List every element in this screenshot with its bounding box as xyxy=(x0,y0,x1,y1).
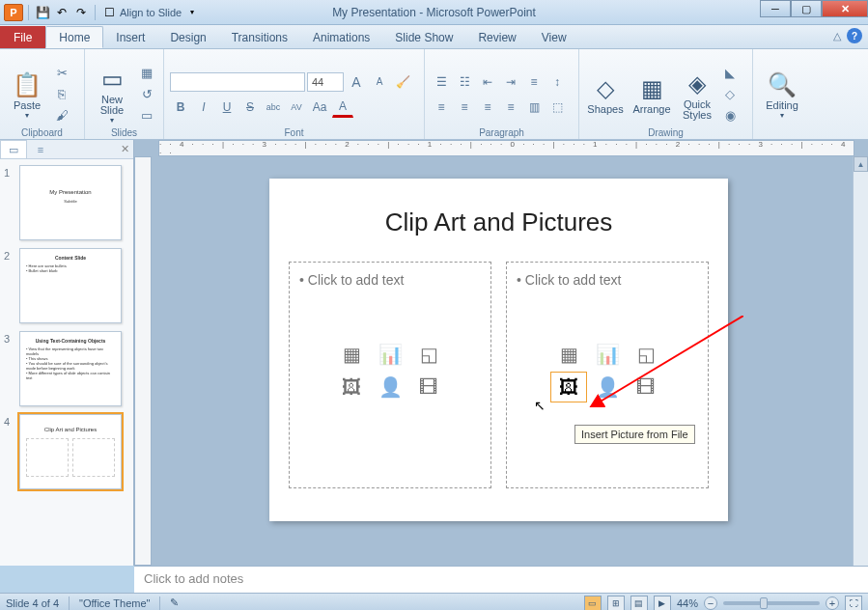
arrange-button[interactable]: ▦ Arrange xyxy=(630,60,674,129)
shape-effects-icon[interactable]: ◉ xyxy=(720,106,740,125)
fit-window-button[interactable]: ⛶ xyxy=(845,596,862,611)
font-family-combo[interactable] xyxy=(170,72,305,92)
cut-icon[interactable]: ✂ xyxy=(52,64,71,83)
redo-icon[interactable]: ↷ xyxy=(72,4,90,21)
slides-view-tab[interactable]: ▭ xyxy=(0,140,27,158)
content-placeholder-left[interactable]: Click to add text ▦ 📊 ◱ 🖼 👤 🎞 xyxy=(289,262,491,488)
slide-title[interactable]: Clip Art and Pictures xyxy=(269,208,728,237)
align-left-icon[interactable]: ≡ xyxy=(431,97,452,118)
copy-icon[interactable]: ⎘ xyxy=(52,85,71,104)
slide-thumbnail[interactable]: Content Slide• Here are some bullets • B… xyxy=(19,248,122,323)
grow-font-icon[interactable]: A xyxy=(346,71,367,93)
view-tab[interactable]: View xyxy=(529,26,579,48)
spacing-button[interactable]: AV xyxy=(286,97,307,118)
vertical-scrollbar[interactable]: ▲ xyxy=(853,156,868,566)
shrink-font-icon[interactable]: A xyxy=(369,71,390,93)
panel-close-icon[interactable]: ✕ xyxy=(116,140,133,158)
italic-button[interactable]: I xyxy=(193,97,214,118)
justify-icon[interactable]: ≡ xyxy=(500,97,521,118)
spellcheck-icon[interactable]: ✎ xyxy=(170,596,179,609)
insert-picture-icon[interactable]: 🖼 xyxy=(551,373,586,402)
align-right-icon[interactable]: ≡ xyxy=(477,97,498,118)
insert-media-icon[interactable]: 🎞 xyxy=(411,373,446,402)
insert-media-icon[interactable]: 🎞 xyxy=(629,373,663,402)
thumbnail-row[interactable]: 2Content Slide• Here are some bullets • … xyxy=(4,248,129,323)
shadow-button[interactable]: abc xyxy=(263,97,284,118)
line-spacing-icon[interactable]: ≡ xyxy=(523,71,545,93)
close-button[interactable]: ✕ xyxy=(822,0,868,17)
notes-pane[interactable]: Click to add notes xyxy=(134,566,868,593)
format-painter-icon[interactable]: 🖌 xyxy=(52,106,71,125)
smartart-icon[interactable]: ⬚ xyxy=(546,97,568,118)
bold-button[interactable]: B xyxy=(170,97,191,118)
bullets-icon[interactable]: ☰ xyxy=(431,71,452,93)
reset-icon[interactable]: ↺ xyxy=(137,85,156,104)
help-icon[interactable]: ? xyxy=(847,28,862,43)
quick-styles-button[interactable]: ◈ Quick Styles xyxy=(678,60,716,129)
thumbnail-row[interactable]: 4Clip Art and Pictures xyxy=(4,414,129,489)
change-case-button[interactable]: Aa xyxy=(309,97,330,118)
normal-view-button[interactable]: ▭ xyxy=(584,596,602,611)
columns-icon[interactable]: ▥ xyxy=(523,97,545,118)
insert-chart-icon[interactable]: 📊 xyxy=(590,340,625,369)
decrease-indent-icon[interactable]: ⇤ xyxy=(477,71,498,93)
insert-clipart-icon[interactable]: 👤 xyxy=(590,373,625,402)
thumb-number: 2 xyxy=(4,248,15,323)
font-size-combo[interactable]: 44 xyxy=(307,72,344,92)
align-center-icon[interactable]: ≡ xyxy=(454,97,475,118)
new-slide-button[interactable]: ▭ New Slide ▾ xyxy=(91,60,133,129)
app-icon[interactable]: P xyxy=(4,4,23,21)
review-tab[interactable]: Review xyxy=(465,26,528,48)
slideshow-view-button[interactable]: ▶ xyxy=(654,596,671,611)
section-icon[interactable]: ▭ xyxy=(137,106,156,125)
animations-tab[interactable]: Animations xyxy=(300,26,382,48)
insert-picture-icon[interactable]: 🖼 xyxy=(334,373,369,402)
align-checkbox-icon[interactable]: ☐ xyxy=(100,4,118,21)
insert-table-icon[interactable]: ▦ xyxy=(551,340,586,369)
editing-button[interactable]: 🔍 Editing ▾ xyxy=(759,60,805,129)
minimize-ribbon-icon[interactable]: △ xyxy=(833,30,841,42)
maximize-button[interactable]: ▢ xyxy=(791,0,822,17)
slide-thumbnail[interactable]: My PresentationSubtitle xyxy=(19,165,122,240)
thumbnail-row[interactable]: 3Using Text-Containing Objects• View tha… xyxy=(4,331,129,406)
insert-chart-icon[interactable]: 📊 xyxy=(373,340,407,369)
minimize-button[interactable]: ─ xyxy=(760,0,791,17)
underline-button[interactable]: U xyxy=(216,97,238,118)
insert-smartart-icon[interactable]: ◱ xyxy=(629,340,663,369)
text-direction-icon[interactable]: ↕ xyxy=(546,71,568,93)
zoom-in-button[interactable]: + xyxy=(826,596,839,610)
insert-table-icon[interactable]: ▦ xyxy=(334,340,369,369)
slide-canvas[interactable]: Clip Art and Pictures Click to add text … xyxy=(269,179,728,521)
undo-icon[interactable]: ↶ xyxy=(53,4,70,21)
increase-indent-icon[interactable]: ⇥ xyxy=(500,71,521,93)
insert-smartart-icon[interactable]: ◱ xyxy=(411,340,446,369)
home-tab[interactable]: Home xyxy=(45,26,103,48)
transitions-tab[interactable]: Transitions xyxy=(219,26,300,48)
slideshow-tab[interactable]: Slide Show xyxy=(382,26,465,48)
zoom-slider[interactable] xyxy=(723,601,820,605)
zoom-out-button[interactable]: − xyxy=(704,596,717,610)
file-tab[interactable]: File xyxy=(0,26,45,48)
clear-format-icon[interactable]: 🧹 xyxy=(392,71,413,93)
strike-button[interactable]: S xyxy=(239,97,261,118)
reading-view-button[interactable]: ▤ xyxy=(630,596,648,611)
sorter-view-button[interactable]: ⊞ xyxy=(607,596,625,611)
save-icon[interactable]: 💾 xyxy=(34,4,51,21)
insert-tab[interactable]: Insert xyxy=(103,26,157,48)
numbering-icon[interactable]: ☷ xyxy=(454,71,475,93)
insert-clipart-icon[interactable]: 👤 xyxy=(373,373,407,402)
slide-thumbnail[interactable]: Using Text-Containing Objects• View that… xyxy=(19,331,122,406)
shape-fill-icon[interactable]: ◣ xyxy=(720,64,740,83)
layout-icon[interactable]: ▦ xyxy=(137,64,156,83)
shape-outline-icon[interactable]: ◇ xyxy=(720,85,740,104)
outline-view-tab[interactable]: ≡ xyxy=(27,140,54,158)
thumbnail-row[interactable]: 1My PresentationSubtitle xyxy=(4,165,129,240)
design-tab[interactable]: Design xyxy=(157,26,218,48)
scroll-up-icon[interactable]: ▲ xyxy=(854,156,868,172)
paste-button[interactable]: 📋 Paste ▾ xyxy=(6,60,48,129)
content-placeholder-right[interactable]: Click to add text ▦ 📊 ◱ 🖼 👤 🎞 ↖ Insert P… xyxy=(506,262,709,488)
qat-dropdown-icon[interactable]: ▾ xyxy=(183,4,201,21)
shapes-button[interactable]: ◇ Shapes xyxy=(585,60,626,129)
slide-thumbnail[interactable]: Clip Art and Pictures xyxy=(19,414,122,489)
font-color-button[interactable]: A xyxy=(332,97,353,118)
